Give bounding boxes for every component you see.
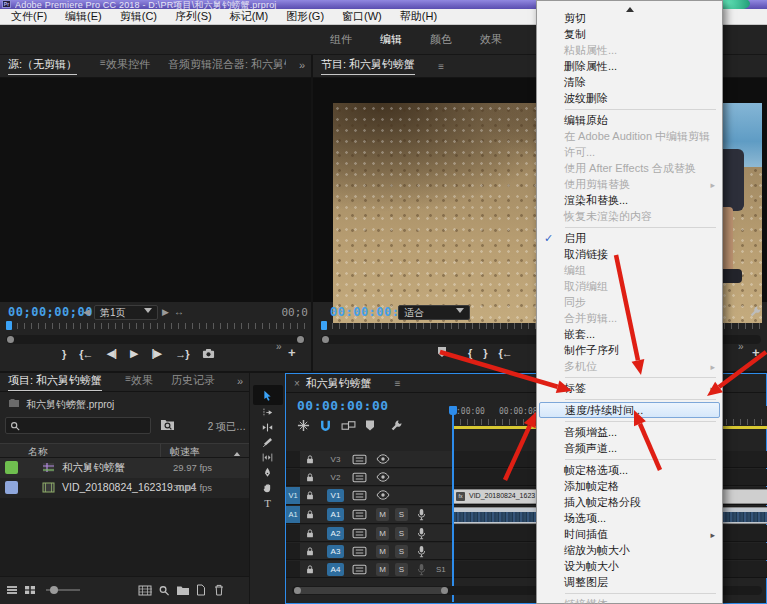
sync-lock-icon[interactable] <box>352 546 367 557</box>
track-lock-icon[interactable] <box>305 509 315 520</box>
transport-button-3[interactable]: ▶ <box>130 347 137 360</box>
mute-button[interactable]: M <box>376 508 389 521</box>
solo-button[interactable]: S <box>395 508 408 521</box>
source-patch-empty[interactable] <box>286 451 300 467</box>
zoom-level-dropdown[interactable]: 适合 <box>398 305 470 320</box>
transport-button-2[interactable]: {← <box>499 347 512 359</box>
source-playhead[interactable] <box>6 321 12 330</box>
context-menu-item-render-and-replace[interactable]: 渲染和替换... <box>537 192 722 208</box>
track-selector-a1[interactable]: A1 <box>327 508 344 521</box>
context-menu-item-time-interpolation[interactable]: 时间插值▸ <box>537 526 722 542</box>
track-lock-icon[interactable] <box>305 564 315 575</box>
menubar-item-0[interactable]: 文件(F) <box>2 9 56 24</box>
transport-button-1[interactable]: } <box>483 347 486 359</box>
razor-tool[interactable] <box>253 435 283 450</box>
project-columns-header[interactable]: 名称 帧速率 <box>0 443 249 458</box>
transport-button-2[interactable]: ◀| <box>107 347 117 360</box>
sync-lock-icon[interactable] <box>352 490 367 501</box>
source-patch-v1[interactable]: V1 <box>286 487 300 504</box>
workspace-tab-2[interactable]: 颜色 <box>430 32 452 47</box>
context-menu-item-nest[interactable]: 嵌套... <box>537 326 722 342</box>
timeline-timecode[interactable]: 00:00:00:00 <box>297 398 389 413</box>
context-menu-item-enable[interactable]: ✓启用 <box>537 230 722 246</box>
source-patch-a1[interactable]: A1 <box>286 506 300 523</box>
scrollbar-handle-left[interactable] <box>322 336 329 343</box>
mute-button[interactable]: M <box>376 545 389 558</box>
scrollbar-handle-right[interactable] <box>297 336 304 343</box>
track-lock-icon[interactable] <box>305 528 315 539</box>
timeline-settings-wrench-icon[interactable] <box>390 419 403 432</box>
solo-button[interactable]: S <box>395 563 408 576</box>
program-playhead[interactable] <box>321 321 327 330</box>
track-selector-v2[interactable]: V2 <box>327 471 344 484</box>
solo-button[interactable]: S <box>395 527 408 540</box>
scrollbar-handle-left[interactable] <box>294 587 301 594</box>
fit-marks-icon[interactable]: ↔ <box>174 306 184 317</box>
ripple-edit-tool[interactable] <box>253 420 283 435</box>
add-button-icon[interactable]: + <box>288 345 296 360</box>
source-patch-empty[interactable] <box>286 469 300 485</box>
project-row-0[interactable]: 和六舅钓螃蟹29.97 fps <box>0 458 249 478</box>
track-selector-v3[interactable]: V3 <box>327 453 344 466</box>
project-row-1[interactable]: VID_20180824_162319.mp430.01 fps <box>0 478 249 498</box>
context-menu-item-scale-to-frame-size[interactable]: 缩放为帧大小 <box>537 542 722 558</box>
source-patch-empty[interactable] <box>286 543 300 559</box>
track-lock-icon[interactable] <box>305 546 315 557</box>
track-lock-icon[interactable] <box>305 454 315 465</box>
transport-button-0[interactable]: { <box>468 347 471 359</box>
linked-selection-icon[interactable] <box>341 419 356 432</box>
mute-button[interactable]: M <box>376 563 389 576</box>
context-menu-item-ripple-delete[interactable]: 波纹删除 <box>537 90 722 106</box>
close-tab-icon[interactable]: × <box>294 378 300 389</box>
scrollbar-handle-left[interactable] <box>7 336 14 343</box>
context-menu-item-cut[interactable]: 剪切 <box>537 10 722 26</box>
toggle-track-output-eye-icon[interactable] <box>376 472 390 482</box>
solo-button[interactable]: S <box>395 545 408 558</box>
context-menu-item-clear[interactable]: 清除 <box>537 74 722 90</box>
tab-source-2[interactable]: 音频剪辑混合器: 和六舅钓螃蟹 <box>168 57 286 75</box>
context-menu-item-copy[interactable]: 复制 <box>537 26 722 42</box>
search-bin-icon[interactable] <box>160 418 175 431</box>
toggle-track-output-eye-icon[interactable] <box>376 454 390 464</box>
new-bin-icon[interactable] <box>176 585 190 596</box>
type-tool[interactable]: T <box>253 495 283 510</box>
button-overflow-icon[interactable]: » <box>738 341 744 352</box>
menubar-item-4[interactable]: 标记(M) <box>221 9 278 24</box>
sync-lock-icon[interactable] <box>352 564 367 575</box>
context-menu-item-audio-gain[interactable]: 音频增益... <box>537 424 722 440</box>
track-select-forward-tool[interactable] <box>253 405 283 420</box>
context-menu-item-audio-channels[interactable]: 音频声道... <box>537 440 722 456</box>
timeline-playhead[interactable] <box>452 406 454 602</box>
tab-program[interactable]: 节目: 和六舅钓螃蟹 <box>321 57 415 75</box>
tab-overflow-icon[interactable]: » <box>237 375 243 387</box>
track-lock-icon[interactable] <box>305 490 315 501</box>
transport-button-1[interactable]: {← <box>79 348 92 360</box>
snap-magnet-icon[interactable] <box>319 419 332 432</box>
sync-lock-icon[interactable] <box>352 509 367 520</box>
menubar-item-2[interactable]: 剪辑(C) <box>111 9 166 24</box>
voiceover-record-mic-icon[interactable] <box>417 545 426 558</box>
tab-sequence[interactable]: 和六舅钓螃蟹 <box>306 376 372 391</box>
voiceover-record-mic-icon[interactable] <box>417 527 426 540</box>
toggle-track-output-eye-icon[interactable] <box>376 490 390 500</box>
context-menu-item-field-options[interactable]: 场选项... <box>537 510 722 526</box>
label-color-chip[interactable] <box>5 461 18 474</box>
tab-overflow-icon[interactable]: » <box>299 59 305 71</box>
menubar-item-7[interactable]: 帮助(H) <box>391 9 446 24</box>
automate-to-sequence-icon[interactable] <box>138 585 152 596</box>
source-timecode[interactable]: 00;00;00;00 <box>8 305 93 319</box>
sync-lock-icon[interactable] <box>352 528 367 539</box>
zoom-slider-handle[interactable] <box>50 586 58 594</box>
voiceover-record-mic-icon[interactable] <box>417 563 426 576</box>
marker-icon[interactable] <box>365 419 375 432</box>
timeline-scrollbar-handle[interactable] <box>294 587 448 594</box>
context-menu-item-insert-frame-hold-segment[interactable]: 插入帧定格分段 <box>537 494 722 510</box>
page-prev-icon[interactable]: ◀ <box>83 307 90 317</box>
icon-view-icon[interactable] <box>24 585 36 595</box>
context-menu-item-speed-duration[interactable]: 速度/持续时间... <box>539 402 720 418</box>
project-file-name[interactable]: 和六舅钓螃蟹.prproj <box>26 398 226 412</box>
column-name[interactable]: 名称 <box>28 445 48 459</box>
tab-project-0[interactable]: 项目: 和六舅钓螃蟹 <box>8 373 102 391</box>
list-view-icon[interactable] <box>6 585 18 595</box>
workspace-tab-3[interactable]: 效果 <box>480 32 502 47</box>
